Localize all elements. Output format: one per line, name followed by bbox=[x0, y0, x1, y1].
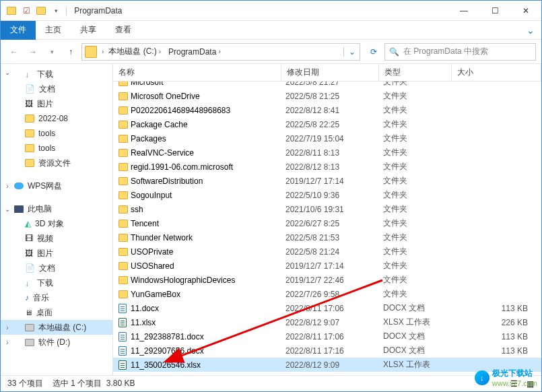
file-date: 2022/7/19 15:04 bbox=[285, 134, 383, 143]
file-list[interactable]: 名称 修改日期 类型 大小 Microsoft2022/5/8 21:27文件夹… bbox=[113, 64, 541, 375]
ribbon-tabs: 文件 主页 共享 查看 ⌄ bbox=[1, 21, 541, 40]
sidebar-item-2022-08[interactable]: 2022-08 bbox=[1, 111, 112, 126]
file-name: 11.docx bbox=[131, 304, 285, 313]
up-button[interactable]: ↑ bbox=[63, 44, 79, 60]
file-date: 2022/8/11 17:16 bbox=[285, 346, 383, 356]
file-row[interactable]: SogouInput2022/5/10 9:36文件夹 bbox=[113, 188, 541, 202]
file-row[interactable]: YunGameBox2022/7/26 9:58文件夹 bbox=[113, 287, 541, 301]
file-type: 文件夹 bbox=[383, 104, 456, 116]
file-row[interactable]: SoftwareDistribution2019/12/7 17:14文件夹 bbox=[113, 174, 541, 188]
address-bar[interactable]: › 本地磁盘 (C:)› ProgramData› ⌄ bbox=[81, 43, 360, 61]
sidebar-item-3dobjects[interactable]: 3D 对象 bbox=[1, 216, 112, 231]
sidebar-item-thispc[interactable]: ⌄此电脑 bbox=[1, 201, 112, 216]
chevron-right-icon[interactable]: › bbox=[100, 48, 106, 55]
xls-icon bbox=[118, 318, 131, 327]
share-tab[interactable]: 共享 bbox=[71, 21, 106, 40]
sidebar-item-documents[interactable]: 文档 bbox=[1, 261, 112, 275]
column-type[interactable]: 类型 bbox=[379, 64, 452, 81]
forward-button[interactable]: → bbox=[25, 44, 41, 60]
breadcrumb-segment[interactable]: 本地磁盘 (C:)› bbox=[106, 44, 166, 59]
sidebar-item-documents[interactable]: 文档 bbox=[1, 81, 112, 96]
doc-icon bbox=[118, 332, 131, 341]
qat-icon-1[interactable] bbox=[6, 5, 17, 16]
help-icon[interactable]: ⌄ bbox=[527, 25, 535, 36]
folder-icon bbox=[118, 81, 131, 86]
sidebar-item-wps[interactable]: ›WPS网盘 bbox=[1, 178, 112, 193]
doc-icon bbox=[118, 304, 131, 313]
recent-dropdown[interactable]: ▾ bbox=[44, 44, 60, 60]
file-row[interactable]: RealVNC-Service2022/8/11 8:13文件夹 bbox=[113, 145, 541, 160]
file-date: 2022/5/8 21:25 bbox=[285, 92, 383, 101]
folder-icon bbox=[118, 248, 131, 256]
file-type: 文件夹 bbox=[383, 189, 456, 201]
file-row[interactable]: 11.docx2022/8/11 17:06DOCX 文档113 KB bbox=[113, 301, 541, 315]
sidebar-item-music[interactable]: 音乐 bbox=[1, 290, 112, 305]
file-row[interactable]: Package Cache2022/5/8 22:25文件夹 bbox=[113, 117, 541, 131]
xls-icon bbox=[118, 360, 131, 370]
back-button[interactable]: ← bbox=[6, 44, 22, 60]
minimize-button[interactable]: — bbox=[448, 1, 479, 21]
document-icon bbox=[25, 263, 35, 273]
folder-icon bbox=[118, 163, 131, 171]
file-type: DOCX 文档 bbox=[383, 345, 456, 356]
column-name[interactable]: 名称 bbox=[113, 64, 281, 81]
file-row[interactable]: regid.1991-06.com.microsoft2022/8/12 8:1… bbox=[113, 160, 541, 174]
file-row[interactable]: Microsoft OneDrive2022/5/8 21:25文件夹 bbox=[113, 89, 541, 103]
file-tab[interactable]: 文件 bbox=[1, 21, 36, 40]
breadcrumb-segment[interactable]: ProgramData› bbox=[166, 46, 226, 58]
file-name: Thunder Network bbox=[131, 233, 285, 242]
sidebar-item-disk-c[interactable]: ›本地磁盘 (C:) bbox=[1, 320, 112, 335]
window-title: ProgramData bbox=[74, 6, 122, 15]
file-row[interactable]: USOPrivate2022/5/8 21:24文件夹 bbox=[113, 244, 541, 259]
qat-icon-2[interactable]: ☑ bbox=[21, 5, 32, 16]
sidebar-item-videos[interactable]: 视频 bbox=[1, 231, 112, 246]
file-name: SogouInput bbox=[131, 191, 285, 200]
sidebar-item-desktop[interactable]: 桌面 bbox=[1, 305, 112, 320]
folder-icon bbox=[118, 149, 131, 157]
sidebar-item-disk-d[interactable]: ›软件 (D:) bbox=[1, 335, 112, 350]
qat-dropdown[interactable]: ▾ bbox=[50, 5, 61, 16]
refresh-button[interactable]: ⟳ bbox=[366, 44, 382, 60]
file-name: RealVNC-Service bbox=[131, 148, 285, 158]
file-row[interactable]: Thunder Network2022/5/8 21:53文件夹 bbox=[113, 230, 541, 244]
folder-icon bbox=[118, 220, 131, 228]
file-row[interactable]: USOShared2019/12/7 17:14文件夹 bbox=[113, 259, 541, 273]
file-date: 2022/8/11 8:13 bbox=[285, 148, 383, 158]
file-row[interactable]: WindowsHolographicDevices2019/12/7 22:46… bbox=[113, 273, 541, 287]
file-type: 文件夹 bbox=[383, 260, 456, 271]
file-date: 2022/8/11 17:06 bbox=[285, 304, 383, 313]
sidebar-item-downloads[interactable]: ⌄下载 bbox=[1, 67, 112, 81]
address-dropdown[interactable]: ⌄ bbox=[343, 47, 360, 57]
disk-icon bbox=[25, 339, 34, 346]
close-button[interactable]: ✕ bbox=[510, 1, 541, 21]
file-row[interactable]: Packages2022/7/19 15:04文件夹 bbox=[113, 131, 541, 145]
sidebar-item-pictures[interactable]: 图片 bbox=[1, 96, 112, 111]
maximize-button[interactable]: ☐ bbox=[479, 1, 510, 21]
search-input[interactable]: 🔍 在 ProgramData 中搜索 bbox=[384, 43, 536, 61]
file-type: DOCX 文档 bbox=[383, 331, 456, 342]
file-row[interactable]: P0202206146894489686832022/8/12 8:41文件夹 bbox=[113, 103, 541, 117]
sidebar-item-pictures[interactable]: 图片 bbox=[1, 246, 112, 261]
column-size[interactable]: 大小 bbox=[452, 64, 541, 81]
file-size: 113 KB bbox=[456, 304, 541, 313]
sidebar-item-tools[interactable]: tools bbox=[1, 141, 112, 156]
file-row[interactable]: Tencent2022/6/27 8:25文件夹 bbox=[113, 216, 541, 230]
sidebar-item-tools[interactable]: tools bbox=[1, 126, 112, 141]
navigation-pane[interactable]: ⌄下载 文档 图片 2022-08 tools tools 资源文件 ›WPS网… bbox=[1, 64, 113, 375]
file-row[interactable]: Microsoft2022/5/8 21:27文件夹 bbox=[113, 81, 541, 89]
file-row[interactable]: 11_292388781.docx2022/8/11 17:06DOCX 文档1… bbox=[113, 329, 541, 344]
file-name: Microsoft bbox=[131, 81, 285, 87]
qat-icon-3[interactable] bbox=[36, 5, 46, 16]
file-row[interactable]: ssh2021/10/6 19:31文件夹 bbox=[113, 202, 541, 216]
home-tab[interactable]: 主页 bbox=[36, 21, 71, 40]
column-date[interactable]: 修改日期 bbox=[281, 64, 379, 81]
sidebar-item-resources[interactable]: 资源文件 bbox=[1, 156, 112, 170]
view-tab[interactable]: 查看 bbox=[106, 21, 141, 40]
folder-icon bbox=[118, 106, 131, 115]
file-row[interactable]: 11.xlsx2022/8/12 9:07XLSX 工作表226 KB bbox=[113, 315, 541, 329]
sidebar-item-downloads[interactable]: 下载 bbox=[1, 275, 112, 290]
item-count: 33 个项目 bbox=[7, 378, 43, 389]
folder-icon bbox=[25, 129, 34, 137]
file-row[interactable]: 11_292907656.docx2022/8/11 17:16DOCX 文档1… bbox=[113, 344, 541, 358]
pc-icon bbox=[14, 205, 24, 213]
